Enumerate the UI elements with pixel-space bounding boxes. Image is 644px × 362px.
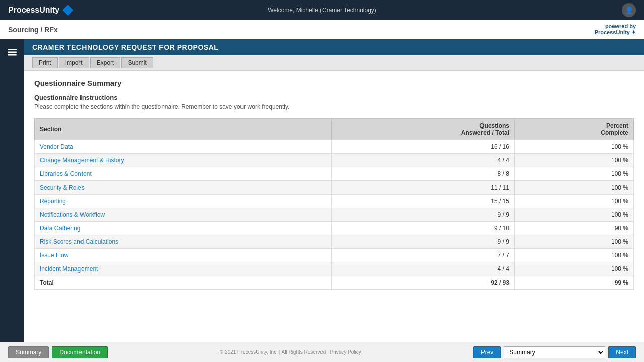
section-link[interactable]: Libraries & Content <box>40 170 92 177</box>
row-section: Reporting <box>35 195 332 208</box>
table-row: Incident Management4 / 4100 % <box>35 262 634 276</box>
table-row: Data Gathering9 / 1090 % <box>35 222 634 235</box>
row-section: Incident Management <box>35 262 332 276</box>
footer-answered: 92 / 93 <box>332 276 515 290</box>
table-row: Issue Flow7 / 7100 % <box>35 249 634 262</box>
row-percent: 100 % <box>514 249 633 262</box>
row-section: Security & Roles <box>35 181 332 195</box>
section-title: Questionnaire Summary <box>34 79 634 87</box>
powered-by: powered by ProcessUnity ✦ <box>595 23 636 36</box>
submit-button[interactable]: Submit <box>121 57 153 68</box>
section-link[interactable]: Data Gathering <box>40 225 80 232</box>
summary-button[interactable]: Summary <box>8 346 49 358</box>
col-section: Section <box>35 119 332 140</box>
row-percent: 100 % <box>514 235 633 249</box>
section-link[interactable]: Risk Scores and Calculations <box>40 238 118 245</box>
table-footer-row: Total 92 / 93 99 % <box>35 276 634 290</box>
section-content: Questionnaire Summary Questionnaire Inst… <box>24 71 644 298</box>
section-link[interactable]: Reporting <box>40 198 66 205</box>
page-title-bar: CRAMER TECHNOLOGY REQUEST FOR PROPOSAL <box>24 39 644 55</box>
section-link[interactable]: Change Management & History <box>40 157 124 164</box>
footer-percent: 99 % <box>514 276 633 290</box>
section-link[interactable]: Notifications & Workflow <box>40 211 105 218</box>
table-row: Reporting15 / 15100 % <box>35 195 634 208</box>
documentation-button[interactable]: Documentation <box>52 346 108 358</box>
table-row: Libraries & Content8 / 8100 % <box>35 167 634 181</box>
row-answered: 15 / 15 <box>332 195 515 208</box>
table-row: Vendor Data16 / 16100 % <box>35 140 634 154</box>
row-percent: 100 % <box>514 140 633 154</box>
section-link[interactable]: Vendor Data <box>40 143 73 150</box>
sidebar-menu-icon[interactable] <box>3 43 21 61</box>
row-answered: 9 / 9 <box>332 208 515 222</box>
top-bar: ProcessUnity Welcome, Michelle (Cramer T… <box>0 0 644 20</box>
sidebar <box>0 39 24 342</box>
row-section: Vendor Data <box>35 140 332 154</box>
svg-rect-2 <box>8 54 17 56</box>
import-button[interactable]: Import <box>59 57 89 68</box>
bottom-center-nav: Prev SummaryVendor DataChange Management… <box>473 346 636 358</box>
user-menu[interactable]: 👤 <box>622 3 636 17</box>
breadcrumb: Sourcing / RFx <box>8 26 58 34</box>
prev-button[interactable]: Prev <box>473 346 501 358</box>
instructions-text: Please complete the sections within the … <box>34 103 634 110</box>
table-row: Risk Scores and Calculations9 / 9100 % <box>35 235 634 249</box>
summary-table: Section QuestionsAnswered / Total Percen… <box>34 118 634 290</box>
footer-text: © 2021 ProcessUnity, Inc. | All Rights R… <box>220 349 361 355</box>
toolbar: Print Import Export Submit <box>24 55 644 71</box>
main-layout: CRAMER TECHNOLOGY REQUEST FOR PROPOSAL P… <box>0 39 644 342</box>
export-button[interactable]: Export <box>90 57 121 68</box>
row-percent: 90 % <box>514 222 633 235</box>
bottom-left-buttons: Summary Documentation <box>8 346 108 358</box>
row-percent: 100 % <box>514 181 633 195</box>
logo[interactable]: ProcessUnity <box>8 5 73 16</box>
logo-icon <box>62 5 73 16</box>
table-row: Security & Roles11 / 11100 % <box>35 181 634 195</box>
row-percent: 100 % <box>514 167 633 181</box>
section-link[interactable]: Issue Flow <box>40 252 68 259</box>
row-answered: 4 / 4 <box>332 154 515 167</box>
print-button[interactable]: Print <box>32 57 58 68</box>
col-percent: PercentComplete <box>514 119 633 140</box>
table-header-row: Section QuestionsAnswered / Total Percen… <box>35 119 634 140</box>
row-section: Notifications & Workflow <box>35 208 332 222</box>
powered-by-label: powered by <box>595 23 636 29</box>
footer-label: Total <box>35 276 332 290</box>
table-row: Change Management & History4 / 4100 % <box>35 154 634 167</box>
svg-rect-0 <box>8 49 17 50</box>
main-content: CRAMER TECHNOLOGY REQUEST FOR PROPOSAL P… <box>24 39 644 342</box>
row-section: Issue Flow <box>35 249 332 262</box>
row-answered: 9 / 10 <box>332 222 515 235</box>
footer-note: © 2021 ProcessUnity, Inc. | All Rights R… <box>108 349 473 355</box>
row-section: Libraries & Content <box>35 167 332 181</box>
powered-by-brand: ProcessUnity ✦ <box>595 29 636 36</box>
sub-header: Sourcing / RFx powered by ProcessUnity ✦ <box>0 20 644 39</box>
row-answered: 9 / 9 <box>332 235 515 249</box>
row-percent: 100 % <box>514 195 633 208</box>
row-answered: 11 / 11 <box>332 181 515 195</box>
section-link[interactable]: Incident Management <box>40 265 98 273</box>
row-percent: 100 % <box>514 208 633 222</box>
welcome-message: Welcome, Michelle (Cramer Technology) <box>268 7 376 14</box>
row-section: Change Management & History <box>35 154 332 167</box>
page-title: CRAMER TECHNOLOGY REQUEST FOR PROPOSAL <box>32 43 218 51</box>
logo-text: ProcessUnity <box>8 6 59 15</box>
row-percent: 100 % <box>514 262 633 276</box>
section-select[interactable]: SummaryVendor DataChange Management & Hi… <box>504 346 605 358</box>
table-row: Notifications & Workflow9 / 9100 % <box>35 208 634 222</box>
row-answered: 4 / 4 <box>332 262 515 276</box>
bottom-bar: Summary Documentation © 2021 ProcessUnit… <box>0 342 644 362</box>
row-answered: 7 / 7 <box>332 249 515 262</box>
row-percent: 100 % <box>514 154 633 167</box>
row-section: Risk Scores and Calculations <box>35 235 332 249</box>
section-link[interactable]: Security & Roles <box>40 184 85 191</box>
row-answered: 8 / 8 <box>332 167 515 181</box>
instructions-title: Questionnaire Instructions <box>34 94 634 101</box>
svg-rect-1 <box>8 52 17 53</box>
col-answered: QuestionsAnswered / Total <box>332 119 515 140</box>
user-avatar-icon[interactable]: 👤 <box>622 3 636 17</box>
next-button[interactable]: Next <box>608 346 636 358</box>
row-answered: 16 / 16 <box>332 140 515 154</box>
row-section: Data Gathering <box>35 222 332 235</box>
